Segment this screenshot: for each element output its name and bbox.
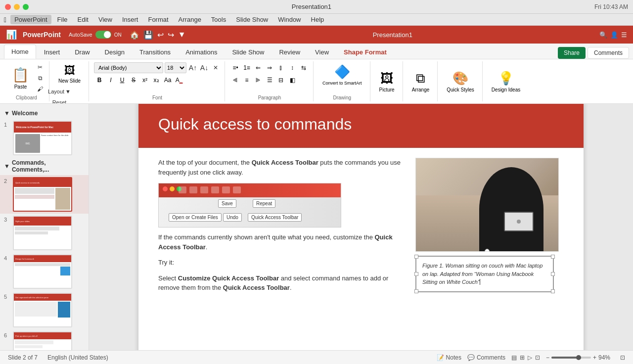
notes-button[interactable]: 📝 Notes — [437, 354, 461, 361]
italic-button[interactable]: I — [105, 75, 116, 86]
apple-menu[interactable]:  — [4, 16, 6, 24]
section-welcome[interactable]: ▼ Welcome — [0, 108, 89, 119]
menu-format[interactable]: Format — [144, 15, 172, 24]
bold-button[interactable]: B — [94, 75, 105, 86]
slide-thumbnail-2[interactable]: 2 Quick access to commands — [0, 175, 89, 214]
resize-tl[interactable] — [414, 255, 418, 259]
copy-button[interactable]: ⧉ — [35, 73, 45, 83]
customize-icon[interactable]: ▼ — [178, 30, 186, 40]
paste-button[interactable]: 📋 Paste — [8, 65, 33, 91]
section-commands[interactable]: ▼ Commands, Comments,... — [0, 157, 89, 175]
menu-insert[interactable]: Insert — [118, 15, 142, 24]
tab-insert[interactable]: Insert — [37, 46, 67, 59]
slide-thumbnail-4[interactable]: 4 Design for homework — [0, 252, 89, 291]
font-family-select[interactable]: Arial (Body) — [94, 62, 163, 73]
vertical-align-button[interactable]: ⊟ — [275, 75, 286, 86]
resize-tr[interactable] — [551, 255, 555, 259]
resize-br[interactable] — [551, 289, 555, 293]
fit-page-button[interactable]: ⊡ — [620, 354, 625, 361]
decrease-indent-button[interactable]: ⇐ — [253, 62, 264, 73]
home-icon[interactable]: 🏠 — [130, 30, 139, 40]
cut-button[interactable]: ✂ — [35, 62, 45, 72]
convert-smartart-button[interactable]: 🔷 Convert to SmartArt — [318, 62, 366, 88]
picture-button[interactable]: 🖼 Picture — [375, 69, 399, 94]
font-size-select[interactable]: 18 — [165, 62, 186, 73]
increase-indent-button[interactable]: ⇒ — [264, 62, 275, 73]
tab-animations[interactable]: Animations — [179, 46, 224, 59]
columns-button[interactable]: ⫿ — [275, 62, 286, 73]
reading-view-button[interactable]: ▷ — [528, 354, 532, 361]
format-painter-button[interactable]: 🖌 — [35, 84, 45, 94]
zoom-in-icon[interactable]: + — [593, 354, 596, 361]
comments-button[interactable]: Comments — [588, 47, 629, 59]
presenter-view-button[interactable]: ⊡ — [535, 354, 540, 361]
menu-help[interactable]: Help — [307, 15, 328, 24]
tab-transitions[interactable]: Transitions — [133, 46, 178, 59]
resize-bl[interactable] — [414, 289, 418, 293]
resize-mr[interactable] — [551, 272, 555, 276]
options-icon[interactable]: ☰ — [621, 31, 627, 39]
clear-format-button[interactable]: ✕ — [211, 63, 221, 73]
menu-file[interactable]: File — [53, 15, 72, 24]
smartart-convert-button[interactable]: ◧ — [287, 75, 298, 86]
person-image[interactable] — [415, 158, 559, 252]
slide-thumbnail-3[interactable]: 3 Style your slides — [0, 214, 89, 252]
direction-button[interactable]: ⇆ — [298, 62, 309, 73]
tab-draw[interactable]: Draw — [68, 46, 96, 59]
line-spacing-button[interactable]: ↕ — [287, 62, 298, 73]
subscript-button[interactable]: x₂ — [151, 75, 162, 86]
layout-button[interactable]: Layout▼ — [54, 87, 64, 96]
tab-home[interactable]: Home — [4, 45, 36, 59]
align-right-button[interactable]: ⫸ — [253, 75, 264, 86]
strikethrough-button[interactable]: S — [128, 75, 139, 86]
menu-view[interactable]: View — [94, 15, 116, 24]
normal-view-button[interactable]: ▤ — [511, 354, 517, 361]
slide-thumbnail-1[interactable]: 1 Welcome to PowerPoint for Mac IMG Some… — [0, 119, 89, 157]
arrange-button[interactable]: ⧉ Arrange — [408, 69, 434, 94]
change-case-button[interactable]: Aa — [162, 75, 173, 86]
redo-icon[interactable]: ↪ — [168, 30, 174, 40]
undo-icon[interactable]: ↩ — [157, 30, 164, 40]
decrease-font-button[interactable]: A↓ — [199, 63, 209, 73]
zoom-slider[interactable] — [551, 357, 591, 359]
tab-view[interactable]: View — [308, 46, 336, 59]
resize-ml[interactable] — [414, 272, 418, 276]
underline-button[interactable]: U — [117, 75, 128, 86]
minimize-button[interactable] — [14, 4, 20, 10]
caption-box[interactable]: Figure 1. Woman sitting on couch with Ma… — [415, 256, 554, 292]
align-center-button[interactable]: ≡ — [241, 75, 252, 86]
menu-tools[interactable]: Tools — [207, 15, 230, 24]
tab-slideshow[interactable]: Slide Show — [225, 46, 271, 59]
comments-status-button[interactable]: 💬 Comments — [467, 354, 505, 361]
menu-edit[interactable]: Edit — [74, 15, 92, 24]
autosave-toggle[interactable] — [95, 31, 111, 39]
image-resize-handle[interactable] — [485, 249, 490, 251]
close-button[interactable] — [5, 4, 11, 10]
search-icon[interactable]: 🔍 — [599, 31, 607, 39]
bullets-button[interactable]: ≡• — [230, 62, 241, 73]
toolbar-screenshot[interactable]: Save Repeat Open or Create Files Undo Qu — [158, 183, 341, 228]
menu-arrange[interactable]: Arrange — [175, 15, 205, 24]
share-button[interactable]: Share — [558, 47, 586, 59]
save-icon[interactable]: 💾 — [143, 30, 153, 40]
zoom-out-icon[interactable]: − — [546, 354, 549, 361]
superscript-button[interactable]: x² — [139, 75, 150, 86]
quick-styles-button[interactable]: 🎨 Quick Styles — [443, 69, 478, 94]
design-ideas-button[interactable]: 💡 Design Ideas — [488, 69, 524, 94]
menu-slideshow[interactable]: Slide Show — [232, 15, 272, 24]
slide-thumbnail-5[interactable]: 5 Get organized with the selection pane — [0, 291, 89, 329]
account-icon[interactable]: 👤 — [610, 31, 618, 39]
increase-font-button[interactable]: A↑ — [188, 63, 198, 73]
maximize-button[interactable] — [23, 4, 29, 10]
grid-view-button[interactable]: ⊞ — [520, 354, 525, 361]
tab-shape-format[interactable]: Shape Format — [337, 46, 394, 59]
justify-button[interactable]: ☰ — [264, 75, 275, 86]
menu-window[interactable]: Window — [274, 15, 305, 24]
slide-thumbnail-6[interactable]: 6 Pick up where you left off — [0, 329, 89, 350]
font-color-button[interactable]: A_ — [174, 75, 184, 86]
menu-powerpoint[interactable]: PowerPoint — [10, 15, 51, 24]
align-left-button[interactable]: ⫷ — [230, 75, 241, 86]
tab-design[interactable]: Design — [98, 46, 132, 59]
tab-review[interactable]: Review — [272, 46, 307, 59]
reset-button[interactable]: Reset — [54, 97, 64, 104]
